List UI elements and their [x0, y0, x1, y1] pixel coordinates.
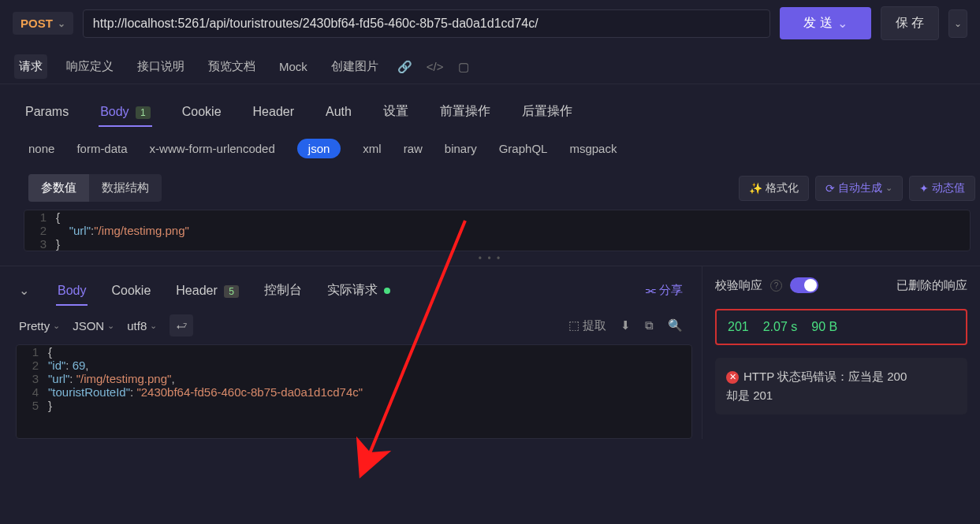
body-type-xml[interactable]: xml — [363, 142, 381, 155]
search-icon[interactable]: 🔍 — [668, 318, 683, 333]
chevron-down-icon: ⌄ — [837, 16, 848, 31]
tab-preview-doc[interactable]: 预览文档 — [203, 54, 260, 79]
extract-icon: ⬚ — [568, 318, 579, 333]
split-handle[interactable]: • • • — [0, 251, 980, 266]
download-icon[interactable]: ⬇ — [620, 318, 631, 333]
status-code: 201 — [728, 320, 749, 334]
chevron-down-icon: ⌄ — [107, 321, 114, 331]
request-tabs: Params Body 1 Cookie Header Auth 设置 前置操作… — [0, 84, 980, 128]
panel-icon[interactable]: ▢ — [458, 60, 469, 74]
tab-pre-request[interactable]: 前置操作 — [438, 95, 492, 128]
share-button[interactable]: ⫘ 分享 — [644, 283, 683, 298]
request-body-editor[interactable]: 1{2 "url":"/img/testimg.png"3} — [24, 210, 971, 251]
response-sidebar: 校验响应 ? 已删除的响应 201 2.07 s 90 B ✕HTTP 状态码错… — [702, 266, 980, 439]
body-type-binary[interactable]: binary — [445, 142, 477, 155]
link-icon[interactable]: 🔗 — [397, 60, 412, 74]
body-type-none[interactable]: none — [28, 142, 54, 155]
response-tabs: ⌄ Body Cookie Header 5 控制台 实际请求 ⫘ 分享 — [0, 266, 702, 307]
seg-param-value[interactable]: 参数值 — [28, 174, 89, 202]
body-count-badge: 1 — [136, 106, 151, 119]
help-icon[interactable]: ? — [770, 280, 782, 292]
tab-api-desc[interactable]: 接口说明 — [132, 54, 189, 79]
tab-resp-body[interactable]: Body — [56, 276, 88, 306]
chevron-down-icon: ⌄ — [885, 183, 892, 193]
format-button[interactable]: ✨ 格式化 — [739, 176, 809, 201]
tab-resp-cookie[interactable]: Cookie — [110, 276, 152, 306]
value-struct-segment: 参数值 数据结构 — [28, 174, 162, 202]
tab-settings[interactable]: 设置 — [382, 95, 410, 128]
url-input[interactable] — [83, 9, 770, 38]
refresh-icon: ⟳ — [825, 182, 835, 195]
body-type-xwww[interactable]: x-www-form-urlencoded — [150, 142, 275, 155]
extract-button[interactable]: ⬚ 提取 — [568, 318, 606, 333]
autogen-button[interactable]: ⟳ 自动生成 ⌄ — [815, 176, 903, 201]
http-method-select[interactable]: POST ⌄ — [13, 12, 73, 35]
code-icon[interactable]: </> — [427, 60, 444, 73]
http-method-label: POST — [20, 17, 53, 30]
chevron-down-icon: ⌄ — [150, 321, 157, 331]
dynamic-value-button[interactable]: ✦ 动态值 — [909, 176, 975, 201]
tab-response-def[interactable]: 响应定义 — [61, 54, 118, 79]
share-icon: ⫘ — [644, 284, 656, 297]
tab-request[interactable]: 请求 — [14, 54, 47, 79]
deleted-response-label[interactable]: 已删除的响应 — [896, 278, 967, 293]
tab-create-image[interactable]: 创建图片 — [326, 54, 383, 79]
header-count-badge: 5 — [224, 285, 239, 298]
body-type-tabs: none form-data x-www-form-urlencoded jso… — [0, 128, 980, 169]
chevron-down-icon: ⌄ — [53, 321, 60, 331]
tab-resp-actual[interactable]: 实际请求 — [326, 274, 392, 307]
tab-mock[interactable]: Mock — [274, 55, 312, 78]
body-type-graphql[interactable]: GraphQL — [499, 142, 548, 155]
seg-data-struct[interactable]: 数据结构 — [89, 174, 162, 202]
tab-params[interactable]: Params — [24, 97, 70, 127]
wrap-icon[interactable]: ⮐ — [170, 314, 193, 336]
response-body-editor[interactable]: 1{2 "id": 69,3 "url": "/img/testimg.png"… — [16, 344, 692, 439]
tab-header[interactable]: Header — [252, 97, 296, 127]
body-type-json[interactable]: json — [297, 139, 341, 158]
body-type-raw[interactable]: raw — [404, 142, 423, 155]
tab-post-request[interactable]: 后置操作 — [520, 95, 574, 128]
sparkle-icon: ✦ — [919, 182, 929, 195]
more-button[interactable]: ⌄ — [948, 9, 967, 38]
expand-icon[interactable]: ⌄ — [19, 283, 29, 298]
wand-icon: ✨ — [749, 182, 762, 195]
resp-view-select[interactable]: Pretty ⌄ — [19, 319, 60, 333]
tab-cookie[interactable]: Cookie — [181, 97, 223, 127]
verify-toggle[interactable] — [790, 277, 818, 293]
verify-response-label: 校验响应 — [715, 278, 762, 293]
error-icon: ✕ — [726, 371, 739, 384]
primary-tabs: 请求 响应定义 接口说明 预览文档 Mock 创建图片 🔗 </> ▢ — [0, 50, 980, 84]
send-button[interactable]: 发 送 ⌄ — [780, 7, 870, 39]
resp-encoding-select[interactable]: utf8 ⌄ — [127, 319, 157, 333]
chevron-down-icon: ⌄ — [58, 18, 65, 29]
save-button[interactable]: 保 存 — [881, 6, 939, 40]
tab-body[interactable]: Body 1 — [99, 97, 152, 127]
tab-auth[interactable]: Auth — [324, 97, 353, 127]
error-message: ✕HTTP 状态码错误：应当是 200 却是 201 — [715, 358, 967, 414]
tab-resp-console[interactable]: 控制台 — [263, 274, 304, 307]
status-size: 90 B — [811, 320, 837, 334]
status-dot-icon — [384, 288, 390, 294]
body-type-form-data[interactable]: form-data — [76, 142, 127, 155]
tab-resp-header[interactable]: Header 5 — [174, 276, 240, 306]
copy-icon[interactable]: ⧉ — [645, 318, 654, 333]
resp-format-select[interactable]: JSON ⌄ — [73, 319, 114, 333]
status-box: 201 2.07 s 90 B — [715, 309, 967, 345]
status-time: 2.07 s — [763, 320, 798, 334]
body-type-msgpack[interactable]: msgpack — [569, 142, 617, 155]
